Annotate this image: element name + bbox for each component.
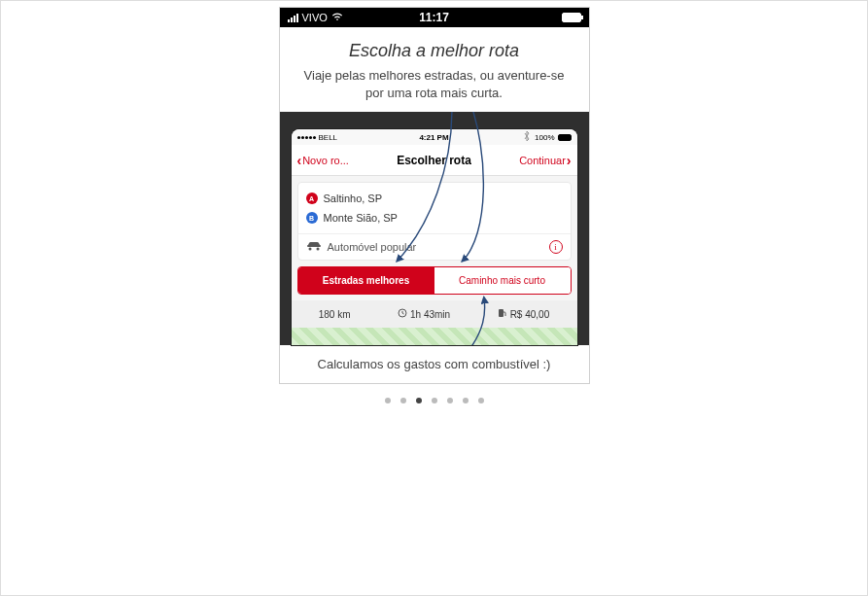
route-point-a[interactable]: A Saltinho, SP xyxy=(306,189,563,208)
page-dot[interactable] xyxy=(432,398,437,403)
route-section: A Saltinho, SP B Monte Sião, SP Automóve… xyxy=(297,182,572,261)
page-dot[interactable] xyxy=(400,398,406,403)
chevron-left-icon: ‹ xyxy=(297,153,302,168)
stat-time: 1h 43min xyxy=(398,308,450,320)
onboarding-title: Escolha a melhor rota xyxy=(299,41,570,61)
back-label: Novo ro... xyxy=(302,155,349,166)
status-bar-outer: VIVO 11:17 xyxy=(280,8,589,27)
time-value: 1h 43min xyxy=(410,309,450,320)
page-dot[interactable] xyxy=(447,398,453,403)
page-dot[interactable] xyxy=(416,398,422,403)
vehicle-row[interactable]: Automóvel popular i xyxy=(298,233,571,260)
inner-battery-icon xyxy=(558,134,572,141)
svg-rect-3 xyxy=(499,309,503,317)
status-time: 11:17 xyxy=(419,11,449,24)
vehicle-label: Automóvel popular xyxy=(328,241,417,253)
stat-fuel: R$ 40,00 xyxy=(498,308,550,320)
onboarding-footer-text: Calculamos os gastos com combustível :) xyxy=(318,357,551,371)
page-dot[interactable] xyxy=(385,398,391,403)
back-button[interactable]: ‹ Novo ro... xyxy=(297,153,349,168)
onboarding-header: Escolha a melhor rota Viaje pelas melhor… xyxy=(280,27,589,112)
onboarding-footer: Calculamos os gastos com combustível :) xyxy=(280,345,589,383)
info-icon[interactable]: i xyxy=(549,240,563,254)
shortest-path-button[interactable]: Caminho mais curto xyxy=(434,267,571,294)
route-type-toggle: Estradas melhores Caminho mais curto xyxy=(297,266,572,295)
status-bar-inner: BELL 4:21 PM 100% xyxy=(292,129,577,145)
inner-battery-label: 100% xyxy=(535,133,554,142)
point-a-badge: A xyxy=(306,193,318,204)
page-dot[interactable] xyxy=(478,398,484,403)
signal-bars-icon xyxy=(288,14,298,22)
route-points: A Saltinho, SP B Monte Sião, SP xyxy=(298,183,571,233)
svg-point-1 xyxy=(316,248,319,251)
fuel-value: R$ 40,00 xyxy=(510,309,550,320)
point-a-label: Saltinho, SP xyxy=(324,193,383,204)
best-roads-button[interactable]: Estradas melhores xyxy=(298,267,434,294)
continue-label: Continuar xyxy=(519,155,566,166)
map-preview xyxy=(292,328,577,345)
clock-icon xyxy=(398,308,407,320)
app-preview-area: BELL 4:21 PM 100% ‹ Novo ro... Escolher … xyxy=(280,112,589,345)
fuel-pump-icon xyxy=(498,308,507,320)
carrier-label: VIVO xyxy=(302,12,328,23)
continue-button[interactable]: Continuar › xyxy=(519,153,571,168)
distance-value: 180 km xyxy=(319,309,351,320)
svg-point-0 xyxy=(308,248,311,251)
chevron-right-icon: › xyxy=(567,153,572,168)
bluetooth-icon xyxy=(522,131,532,143)
wifi-icon xyxy=(331,12,343,23)
car-icon xyxy=(306,241,322,253)
navbar-title: Escolher rota xyxy=(397,154,471,167)
inner-status-time: 4:21 PM xyxy=(419,133,448,142)
point-b-badge: B xyxy=(306,212,318,224)
page-indicator[interactable] xyxy=(385,398,484,403)
page-dot[interactable] xyxy=(463,398,469,403)
stat-distance: 180 km xyxy=(319,309,351,320)
point-b-label: Monte Sião, SP xyxy=(324,212,398,224)
route-stats: 180 km 1h 43min R$ 40,00 xyxy=(292,300,577,328)
inner-carrier-label: BELL xyxy=(319,133,338,142)
phone-frame: VIVO 11:17 Escolha a melhor rota Viaje p… xyxy=(279,7,590,384)
battery-icon xyxy=(562,13,581,22)
onboarding-subtitle: Viaje pelas melhores estradas, ou aventu… xyxy=(299,67,570,101)
route-point-b[interactable]: B Monte Sião, SP xyxy=(306,208,563,228)
inner-device: BELL 4:21 PM 100% ‹ Novo ro... Escolher … xyxy=(292,129,577,345)
signal-dots-icon xyxy=(297,136,316,139)
navbar: ‹ Novo ro... Escolher rota Continuar › xyxy=(292,145,577,176)
